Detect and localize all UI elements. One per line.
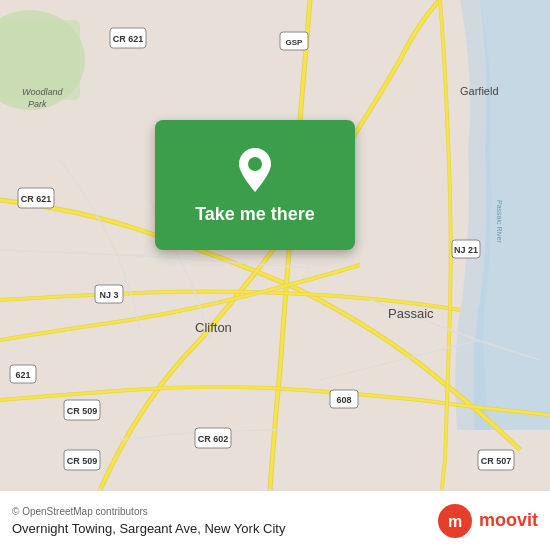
moovit-icon: m bbox=[437, 503, 473, 539]
svg-text:CR 509: CR 509 bbox=[67, 406, 98, 416]
svg-text:m: m bbox=[448, 513, 462, 530]
svg-text:NJ 3: NJ 3 bbox=[99, 290, 118, 300]
svg-text:NJ 21: NJ 21 bbox=[454, 245, 478, 255]
map-container: CR 621 GSP U5 CR 621 621 NJ 3 CR 509 CR … bbox=[0, 0, 550, 490]
bottom-left: © OpenStreetMap contributors Overnight T… bbox=[12, 506, 285, 536]
svg-text:CR 602: CR 602 bbox=[198, 434, 229, 444]
svg-text:GSP: GSP bbox=[286, 38, 304, 47]
svg-text:CR 509: CR 509 bbox=[67, 456, 98, 466]
location-text: Overnight Towing, Sargeant Ave, New York… bbox=[12, 521, 285, 536]
svg-text:CR 621: CR 621 bbox=[21, 194, 52, 204]
svg-text:Woodland: Woodland bbox=[22, 87, 64, 97]
location-pin-icon bbox=[235, 146, 275, 196]
svg-text:CR 621: CR 621 bbox=[113, 34, 144, 44]
svg-text:Clifton: Clifton bbox=[195, 320, 232, 335]
take-me-there-button[interactable]: Take me there bbox=[155, 120, 355, 250]
take-me-there-label: Take me there bbox=[195, 204, 315, 225]
svg-text:Passaic: Passaic bbox=[388, 306, 434, 321]
svg-text:608: 608 bbox=[336, 395, 351, 405]
svg-text:621: 621 bbox=[15, 370, 30, 380]
moovit-logo[interactable]: m moovit bbox=[437, 503, 538, 539]
svg-text:Garfield: Garfield bbox=[460, 85, 499, 97]
svg-text:CR 507: CR 507 bbox=[481, 456, 512, 466]
bottom-bar: © OpenStreetMap contributors Overnight T… bbox=[0, 490, 550, 550]
svg-text:Passaic River: Passaic River bbox=[496, 200, 503, 243]
svg-text:Park: Park bbox=[28, 99, 47, 109]
moovit-text: moovit bbox=[479, 510, 538, 531]
copyright-text: © OpenStreetMap contributors bbox=[12, 506, 285, 517]
svg-point-34 bbox=[248, 157, 262, 171]
